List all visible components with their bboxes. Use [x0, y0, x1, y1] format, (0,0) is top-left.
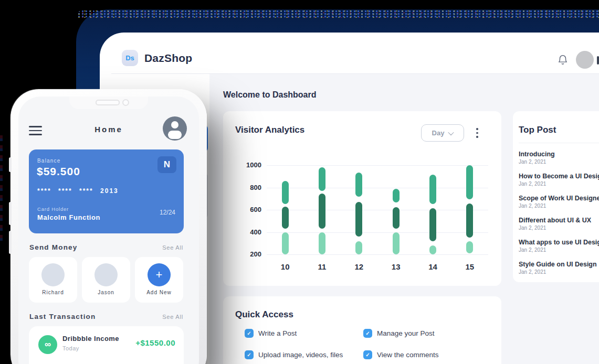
chevron-down-icon [448, 129, 454, 135]
y-tick: 1000 [246, 161, 261, 169]
profile-avatar-icon[interactable] [163, 116, 187, 141]
phone-notch [69, 97, 148, 109]
chart-bar-mid [355, 202, 362, 237]
post-list-item[interactable]: Different about UI & UX Jan 2, 2021 [519, 216, 599, 231]
period-dropdown-label: Day [432, 129, 445, 137]
post-date: Jan 2, 2021 [519, 224, 599, 231]
quick-access-title: Quick Access [235, 309, 293, 320]
y-tick: 800 [250, 184, 261, 191]
post-title: How to Become a UI Designer [519, 172, 599, 180]
checkbox-checked-icon[interactable]: ✓ [245, 329, 254, 338]
contact-name: Jason [82, 290, 130, 295]
y-tick: 600 [250, 206, 261, 213]
add-contact-card[interactable]: + Add New [135, 257, 183, 303]
chart-bar-low [282, 232, 289, 255]
chart-bar-mid [319, 194, 325, 229]
chart-bar-low [355, 241, 362, 255]
post-list-item[interactable]: Introducing Jan 2, 2021 [519, 150, 599, 165]
y-tick: 400 [250, 228, 261, 236]
chart-bar-low [319, 232, 325, 255]
last-transaction-title: Last Transaction [29, 313, 96, 320]
contact-name: Richard [29, 290, 77, 295]
quick-access-item: ✓ Write a Post [245, 329, 297, 338]
brand: Ds DazShop [122, 50, 192, 66]
phone-side-button [9, 202, 12, 225]
chart-bar-low [393, 232, 400, 255]
post-title: Scope of Work UI Designer [519, 194, 599, 202]
visitor-analytics-card: Visitor Analytics Day 2004006008001000 1… [223, 111, 501, 286]
top-post-divider [519, 143, 599, 143]
user-avatar[interactable] [576, 51, 594, 69]
balance-amount: $59.500 [37, 165, 80, 178]
quick-access-label: Upload image, videos, files [258, 351, 343, 359]
quick-access-label: Manage your Post [377, 329, 435, 337]
gridline [267, 165, 488, 166]
send-money-header: Send Money See All [29, 243, 183, 251]
y-tick: 200 [250, 250, 261, 258]
x-tick: 12 [341, 262, 377, 271]
x-tick: 13 [377, 262, 414, 271]
visitor-chart-plot [267, 165, 488, 254]
balance-card: Balance $59.500 N **** **** **** 2013 Ca… [29, 149, 184, 233]
quick-access-label: View the comments [377, 351, 439, 359]
post-date: Jan 2, 2021 [519, 269, 599, 275]
transaction-name: Dribbble Income [62, 335, 119, 342]
screenshot-stage: Ds DazShop Welcome to Dashboard Visitor … [0, 0, 599, 364]
balance-label: Balance [37, 158, 61, 164]
chart-bar-high [319, 167, 325, 191]
contact-card[interactable]: Richard [29, 257, 77, 303]
quick-access-card: Quick Access ✓ Write a Post ✓ Manage you… [223, 296, 501, 364]
chart-bar-high [466, 165, 473, 199]
contact-card[interactable]: Jason [82, 257, 130, 303]
checkbox-checked-icon[interactable]: ✓ [363, 350, 372, 359]
post-date: Jan 2, 2021 [519, 202, 599, 209]
transaction-row[interactable]: ∞ Dribbble Income Today +$1550.00 [29, 326, 184, 364]
post-list-item[interactable]: What apps to use UI Designer Jan 2, 2021 [519, 238, 599, 253]
x-tick: 10 [267, 262, 303, 271]
last-transaction-header: Last Transaction See All [29, 313, 183, 320]
chart-bar-high [393, 189, 400, 203]
compression-noise-band [76, 9, 599, 18]
checkbox-checked-icon[interactable]: ✓ [363, 329, 372, 338]
brand-name: DazShop [144, 52, 192, 65]
x-tick: 11 [303, 262, 340, 271]
top-post-card: Top Post Introducing Jan 2, 2021 How to … [513, 111, 599, 282]
card-holder-name: Malcolm Function [37, 213, 100, 221]
chart-bar-mid [466, 204, 473, 238]
card-holder-label: Card Holder [37, 206, 69, 212]
last-transaction-see-all[interactable]: See All [162, 314, 183, 320]
contact-avatar [94, 263, 118, 286]
chart-bar-mid [393, 207, 400, 229]
post-list-item[interactable]: How to Become a UI Designer Jan 2, 2021 [519, 172, 599, 187]
bank-logo-icon: N [157, 156, 176, 173]
chart-bar-low [466, 241, 473, 253]
notification-bell-icon[interactable] [557, 54, 569, 66]
post-list-item[interactable]: Style Guide on UI Design Jan 2, 2021 [519, 260, 599, 275]
plus-icon: + [148, 263, 171, 286]
contact-avatar [41, 263, 65, 286]
checkbox-checked-icon[interactable]: ✓ [245, 350, 254, 359]
period-dropdown[interactable]: Day [421, 124, 464, 142]
card-expiry: 12/24 [160, 209, 175, 216]
transaction-time: Today [62, 345, 79, 351]
post-list-item[interactable]: Scope of Work UI Designer Jan 2, 2021 [519, 194, 599, 209]
quick-access-item: ✓ Upload image, videos, files [245, 350, 343, 359]
more-options-icon[interactable] [475, 127, 479, 139]
x-tick: 14 [414, 262, 451, 271]
post-list: Introducing Jan 2, 2021 How to Become a … [519, 150, 599, 282]
cutoff-element [597, 56, 599, 65]
chart-bar-mid [282, 207, 289, 229]
post-title: Style Guide on UI Design [519, 260, 599, 269]
chart-bar-high [282, 181, 289, 205]
send-money-see-all[interactable]: See All [162, 244, 183, 251]
transaction-amount: +$1550.00 [135, 338, 175, 347]
phone-side-button [9, 231, 12, 254]
gridline [267, 188, 488, 188]
brand-logo-icon[interactable]: Ds [122, 50, 138, 66]
visitor-analytics-title: Visitor Analytics [235, 125, 304, 135]
page-title: Welcome to Dashboard [223, 90, 317, 100]
chart-bar-high [429, 175, 436, 204]
chart-bar-mid [429, 208, 436, 241]
header-divider [111, 73, 599, 74]
chart-bar-low [429, 245, 436, 254]
